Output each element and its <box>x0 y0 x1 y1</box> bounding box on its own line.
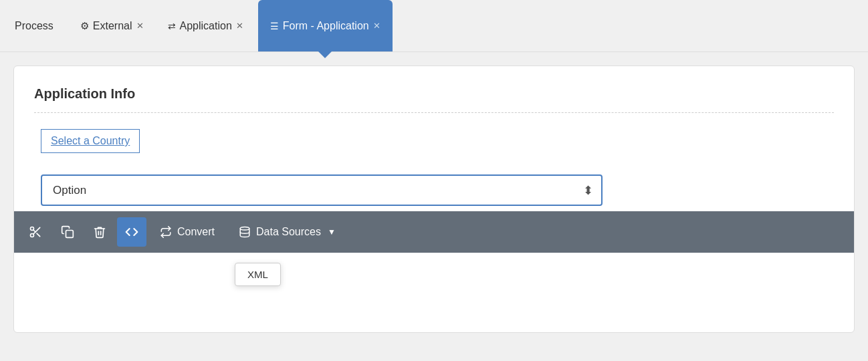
code-icon <box>125 225 138 239</box>
component-toolbar: Convert Data Sources ▼ XML <box>14 211 854 253</box>
trash-icon <box>93 225 106 239</box>
database-icon <box>239 226 251 238</box>
option-select[interactable]: Option <box>41 174 603 206</box>
cut-button[interactable] <box>21 217 50 247</box>
option-select-wrapper: Option ⬍ <box>41 174 603 206</box>
svg-point-6 <box>240 227 249 231</box>
svg-line-4 <box>33 230 35 232</box>
tab-form-application-close[interactable]: ✕ <box>373 21 381 31</box>
tab-process-label: Process <box>15 20 53 32</box>
select-country-link[interactable]: Select a Country <box>41 129 140 153</box>
external-icon: ⚙ <box>80 20 89 32</box>
data-sources-button[interactable]: Data Sources ▼ <box>228 217 346 247</box>
tab-application[interactable]: ⇄ Application ✕ <box>156 0 255 51</box>
xml-tooltip-text: XML <box>247 269 268 280</box>
convert-label: Convert <box>177 226 215 238</box>
form-icon: ☰ <box>270 21 279 31</box>
tab-application-close[interactable]: ✕ <box>236 21 243 31</box>
svg-rect-5 <box>66 231 74 238</box>
svg-line-3 <box>37 233 40 237</box>
code-button[interactable] <box>117 217 146 247</box>
tab-process[interactable]: Process <box>0 0 68 51</box>
data-sources-label: Data Sources <box>256 226 321 238</box>
section-title: Application Info <box>34 86 834 113</box>
tab-external-close[interactable]: ✕ <box>136 21 144 31</box>
tab-application-label: Application <box>180 20 232 32</box>
delete-button[interactable] <box>85 217 114 247</box>
copy-button[interactable] <box>53 217 82 247</box>
chevron-down-icon: ▼ <box>328 227 336 237</box>
application-icon: ⇄ <box>168 21 176 31</box>
xml-tooltip: XML <box>235 263 281 286</box>
copy-icon <box>61 225 74 239</box>
tab-form-application[interactable]: ☰ Form - Application ✕ <box>258 0 393 51</box>
tab-form-application-label: Form - Application <box>283 20 369 32</box>
tab-bar: Process ⚙ External ✕ ⇄ Application ✕ ☰ F… <box>0 0 868 52</box>
tab-external-label: External <box>93 20 132 32</box>
cut-icon <box>29 225 42 239</box>
tab-external[interactable]: ⚙ External ✕ <box>68 0 156 51</box>
main-panel: Application Info Select a Country Option… <box>13 66 855 333</box>
convert-icon <box>160 226 172 238</box>
convert-button[interactable]: Convert <box>149 217 225 247</box>
